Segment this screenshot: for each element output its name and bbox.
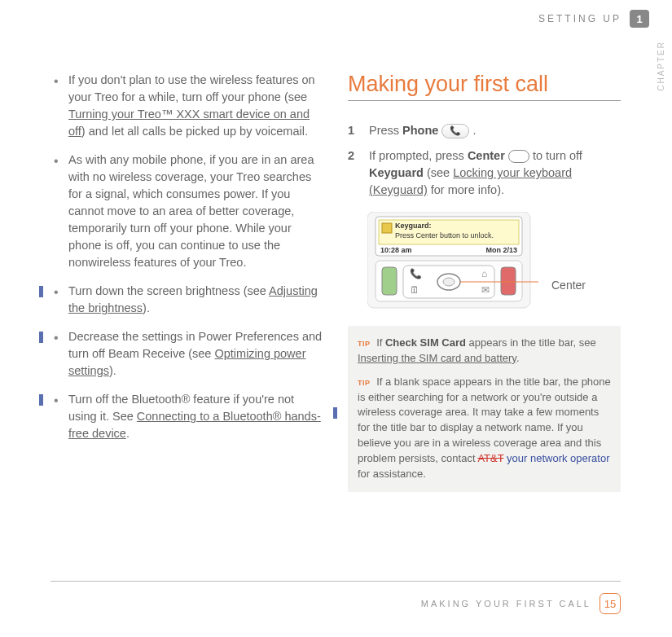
svg-text:⌂: ⌂ [481,268,487,279]
step-body: If prompted, press Center to turn off Ke… [369,147,621,199]
keyguard-text: Press Center button to unlock. [395,231,494,239]
svg-rect-6 [501,267,516,295]
step-number: 2 [348,147,359,199]
footer-section-label: MAKING YOUR FIRST CALL [421,599,591,608]
svg-rect-5 [382,267,397,295]
tip-label: TIP [358,379,371,387]
left-column: If you don't plan to use the wireless fe… [51,72,323,492]
chapter-vertical-label: CHAPTER [657,41,665,91]
keyguard-label: Keyguard: [395,222,432,230]
header-section-label: SETTING UP [538,13,621,24]
bullet-item: Decrease the settings in Power Preferenc… [51,328,323,380]
device-figure: Keyguard: Press Center button to unlock.… [367,212,621,310]
chapter-number-badge: 1 [630,10,649,28]
svg-rect-3 [382,223,392,233]
page-footer: MAKING YOUR FIRST CALL 15 [51,581,621,614]
phone-button-icon: 📞 [441,124,469,138]
deleted-text: AT&T [477,452,503,464]
step-item: 1Press Phone 📞 . [348,122,621,139]
svg-text:🗓: 🗓 [410,284,419,296]
bullet-item: Turn off the Bluetooth® feature if you'r… [51,391,323,442]
step-number: 1 [348,122,359,139]
svg-text:✉: ✉ [481,284,490,296]
inserted-text: your network operator [503,452,609,464]
device-illustration: Keyguard: Press Center button to unlock.… [367,212,538,310]
device-date: Mon 2/13 [485,246,517,254]
bullet-item: As with any mobile phone, if you are in … [51,152,323,271]
tip-box: TIP If Check SIM Card appears in the tit… [348,326,621,492]
center-annotation: Center [551,279,586,292]
center-button-icon [508,150,529,163]
bullet-list: If you don't plan to use the wireless fe… [51,72,323,442]
svg-point-12 [443,278,455,286]
change-bar-icon [39,332,43,343]
change-bar-icon [333,407,337,419]
page-header: SETTING UP 1 [538,10,649,28]
content-columns: If you don't plan to use the wireless fe… [51,72,621,492]
tip-1: TIP If Check SIM Card appears in the tit… [358,336,611,367]
svg-text:📞: 📞 [410,267,422,279]
section-title: Making your first call [348,72,621,97]
tip1-link[interactable]: Inserting the SIM card and battery [358,352,516,364]
bullet-item: Turn down the screen brightness (see Adj… [51,283,323,317]
tip-2: TIP If a blank space appears in the titl… [358,375,611,482]
page-number-badge: 15 [600,593,621,614]
title-underline [348,100,621,101]
change-bar-icon [39,394,43,406]
steps-list: 1Press Phone 📞 .2If prompted, press Cent… [348,122,621,199]
change-bar-icon [39,286,43,297]
tip-label: TIP [358,340,371,348]
step-item: 2If prompted, press Center to turn off K… [348,147,621,199]
bullet-item: If you don't plan to use the wireless fe… [51,72,323,140]
device-time: 10:28 am [380,246,412,254]
step-body: Press Phone 📞 . [369,122,477,139]
right-column: Making your first call 1Press Phone 📞 .2… [348,72,621,492]
